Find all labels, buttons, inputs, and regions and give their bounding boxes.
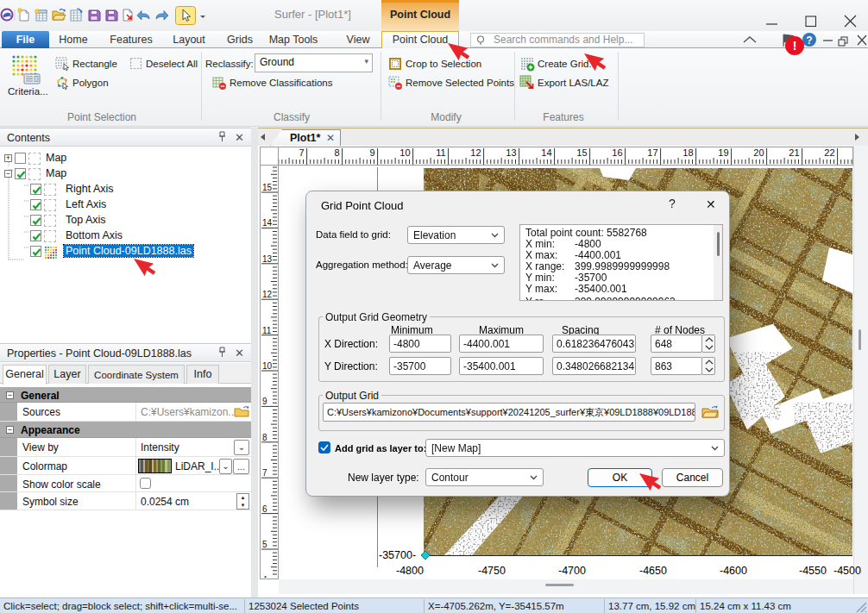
- svg-text:5: 5: [262, 540, 267, 549]
- svg-text:14: 14: [541, 147, 551, 158]
- svg-text:10: 10: [399, 147, 410, 158]
- svg-text:13: 13: [506, 147, 516, 158]
- svg-text:7: 7: [299, 147, 304, 158]
- svg-text:7: 7: [262, 468, 267, 478]
- svg-text:21: 21: [789, 147, 799, 158]
- svg-text:12: 12: [470, 147, 481, 158]
- svg-text:4: 4: [262, 575, 267, 578]
- svg-text:8: 8: [262, 433, 267, 442]
- svg-text:10: 10: [262, 361, 273, 371]
- svg-text:12: 12: [262, 290, 273, 299]
- svg-text:11: 11: [436, 147, 445, 158]
- svg-text:19: 19: [718, 147, 728, 158]
- svg-text:11: 11: [262, 326, 272, 335]
- svg-text:!: !: [793, 39, 797, 53]
- svg-text:8: 8: [334, 147, 339, 158]
- svg-text:18: 18: [682, 147, 693, 158]
- svg-text:9: 9: [369, 147, 374, 158]
- svg-text:17: 17: [647, 147, 657, 158]
- svg-text:15: 15: [262, 183, 273, 192]
- svg-text:20: 20: [753, 147, 764, 158]
- svg-text:9: 9: [262, 397, 267, 406]
- svg-text:16: 16: [612, 147, 622, 158]
- svg-text:22: 22: [824, 147, 834, 158]
- svg-text:6: 6: [262, 504, 267, 514]
- svg-text:15: 15: [576, 147, 587, 158]
- svg-text:13: 13: [262, 254, 273, 264]
- svg-text:14: 14: [262, 218, 273, 228]
